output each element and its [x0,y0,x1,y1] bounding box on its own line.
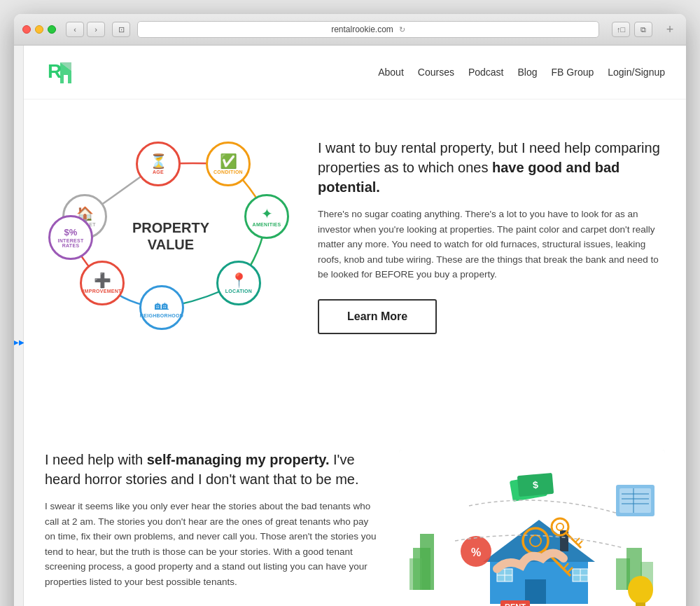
hero-body-text: There's no sugar coating anything. There… [318,207,665,282]
svg-text:$: $ [532,479,538,491]
second-heading-plain: I need help with [45,452,147,467]
improvement-icon: ➕ [94,273,111,287]
logo-svg: R [45,57,76,88]
node-age: ⏳ AGE [136,142,181,186]
add-tab-button[interactable]: + [662,22,678,37]
site-content: R About Courses Podcast Blog FB Group Lo… [24,46,686,606]
svg-text:%: % [471,546,481,558]
neighborhood-icon: 🏘 [155,298,169,312]
nav-podcast[interactable]: Podcast [468,67,504,78]
hero-text: I want to buy rental property, but I nee… [318,138,665,334]
node-amenities: ✦ AMENITIES [244,194,289,239]
traffic-lights [22,25,56,34]
rental-illustration: RENT [399,450,665,606]
browser-window: ‹ › ⊡ rentalrookie.com ↻ ↑□ ⧉ + ▶▶ R [14,14,686,606]
browser-titlebar: ‹ › ⊡ rentalrookie.com ↻ ↑□ ⧉ + [14,14,686,46]
section-divider [24,373,686,429]
svg-rect-27 [620,488,651,513]
browser-nav: ‹ › [66,22,105,37]
diagram-center-line2: VALUE [132,236,209,253]
second-text: I need help with self-managing my proper… [45,450,378,590]
hero-heading: I want to buy rental property, but I nee… [318,138,665,197]
node-condition: ✅ CONDITION [206,142,251,186]
share-button[interactable]: ↑□ [612,22,630,37]
condition-icon: ✅ [220,154,237,168]
node-interest: $% INTEREST RATES [48,215,93,260]
improvement-label: IMPROVEMENT [83,289,121,294]
close-button[interactable] [22,25,31,34]
sidebar-handle[interactable]: ▶▶ [14,46,24,606]
svg-point-23 [628,576,653,604]
nav-fbgroup[interactable]: FB Group [552,67,594,78]
learn-more-button[interactable]: Learn More [318,299,437,334]
browser-body: ▶▶ R About Courses [14,46,686,606]
nav-blog[interactable]: Blog [518,67,538,78]
condition-label: CONDITION [214,170,243,174]
location-label: LOCATION [225,289,252,294]
address-bar[interactable]: rentalrookie.com ↻ [137,21,599,38]
hero-section: PROPERTY VALUE 🏠 MARKET ⏳ AGE [24,99,686,373]
property-diagram: PROPERTY VALUE 🏠 MARKET ⏳ AGE [38,120,304,352]
reload-icon[interactable]: ↻ [399,25,405,34]
site-header: R About Courses Podcast Blog FB Group Lo… [24,46,686,99]
interest-label: INTEREST RATES [50,238,91,248]
node-neighborhood: 🏘 NEIGHBORHOOD [139,285,184,330]
interest-icon: $% [64,228,78,237]
svg-rect-2 [64,75,68,83]
diagram-center-line1: PROPERTY [132,219,209,236]
node-location: 📍 LOCATION [216,261,261,305]
amenities-icon: ✦ [261,207,273,221]
age-icon: ⏳ [150,154,167,168]
second-heading: I need help with self-managing my proper… [45,450,378,489]
second-section: I need help with self-managing my proper… [24,429,686,606]
nav-courses[interactable]: Courses [418,67,454,78]
logo[interactable]: R [45,57,76,88]
site-nav: About Courses Podcast Blog FB Group Logi… [378,67,665,78]
location-icon: 📍 [230,273,248,287]
nav-about[interactable]: About [378,67,404,78]
minimize-button[interactable] [35,25,43,34]
svg-text:R: R [48,60,62,82]
diagram-center-label: PROPERTY VALUE [132,219,209,253]
diagram-container: PROPERTY VALUE 🏠 MARKET ⏳ AGE [52,128,290,345]
second-body-text: I swear it seems like you only ever hear… [45,499,378,590]
forward-button[interactable]: › [87,22,105,37]
svg-text:RENT: RENT [505,602,526,606]
sidebar-arrow-icon: ▶▶ [14,338,24,346]
second-heading-bold: self-managing my property. [147,452,330,467]
age-label: AGE [153,170,164,174]
reader-mode-button[interactable]: ⊡ [112,22,130,37]
browser-actions: ↑□ ⧉ [612,22,652,37]
nav-login[interactable]: Login/Signup [608,67,665,78]
svg-rect-7 [410,558,422,590]
rental-svg: RENT [399,450,665,606]
neighborhood-label: NEIGHBORHOOD [140,313,183,318]
node-improvement: ➕ IMPROVEMENT [80,261,125,305]
new-tab-button[interactable]: ⧉ [634,22,652,37]
svg-rect-10 [525,579,546,604]
maximize-button[interactable] [48,25,56,34]
url-text: rentalrookie.com [331,25,393,34]
amenities-label: AMENITIES [253,222,281,227]
back-button[interactable]: ‹ [66,22,84,37]
